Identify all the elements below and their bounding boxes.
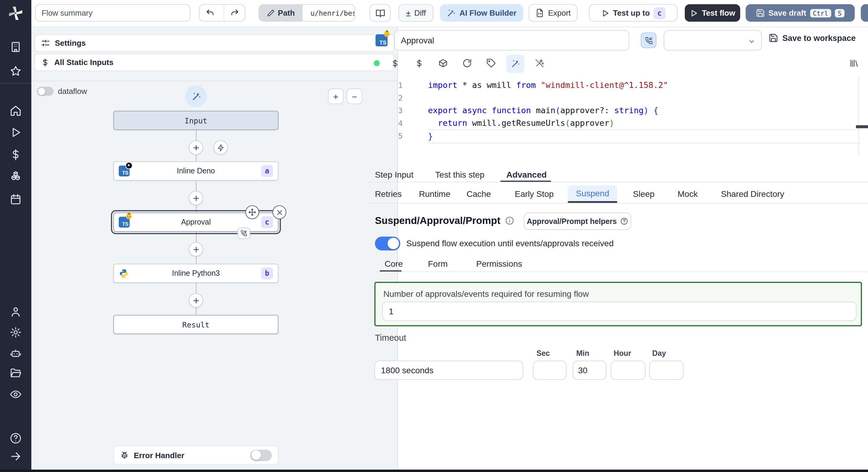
deploy-button-clipped[interactable] xyxy=(861,4,868,22)
sidebar xyxy=(0,0,31,472)
package-icon[interactable] xyxy=(438,58,448,69)
play-icon[interactable] xyxy=(10,127,22,138)
flow-summary-input[interactable] xyxy=(35,4,190,22)
wand-off-icon[interactable] xyxy=(534,58,545,69)
editor-scrollbar-thumb[interactable] xyxy=(856,125,868,128)
delete-step-button[interactable] xyxy=(273,205,286,219)
dollar-icon[interactable] xyxy=(390,58,400,69)
test-up-to-button[interactable]: Test up to c xyxy=(589,4,678,22)
tabs-border xyxy=(367,182,868,182)
flow-node-result[interactable]: Result xyxy=(113,315,278,334)
step-id-badge: c xyxy=(261,216,273,228)
ai-assistant-button[interactable] xyxy=(506,55,524,73)
step-name-input[interactable] xyxy=(394,30,629,50)
test-flow-button[interactable]: Test flow xyxy=(685,4,740,22)
zoom-out-button[interactable]: − xyxy=(347,89,362,104)
approvals-label: Number of approvals/events required for … xyxy=(383,289,589,299)
play-outline-icon xyxy=(690,9,698,17)
dollar-icon[interactable] xyxy=(10,149,22,161)
graph-ai-wand-button[interactable] xyxy=(185,86,207,107)
info-icon[interactable] xyxy=(505,216,514,225)
building-icon[interactable] xyxy=(10,41,22,53)
tab-mock[interactable]: Mock xyxy=(678,189,698,199)
tab-sleep[interactable]: Sleep xyxy=(633,189,655,199)
save-to-workspace-button[interactable]: Save to workspace xyxy=(769,33,856,43)
tab-advanced[interactable]: Advanced xyxy=(506,170,547,179)
ai-flow-builder-button[interactable]: AI Flow Builder xyxy=(440,4,523,22)
top-toolbar: Path u/henri/bes ± Diff AI Flow Builder … xyxy=(31,0,868,27)
flow-node-inline-python3[interactable]: Inline Python3 b xyxy=(113,264,278,283)
tag-select[interactable] xyxy=(664,30,762,50)
tab-early-stop[interactable]: Early Stop xyxy=(515,189,554,199)
dollar-secondary-icon[interactable] xyxy=(413,58,424,69)
sec-label: Sec xyxy=(536,349,550,358)
export-button[interactable]: Export xyxy=(529,4,578,22)
add-step-button-1[interactable] xyxy=(189,140,203,155)
gear-icon[interactable] xyxy=(10,326,22,338)
approvals-count-input[interactable] xyxy=(382,302,857,321)
tag-icon[interactable] xyxy=(486,58,497,69)
library-icon[interactable] xyxy=(849,58,860,69)
flow-node-input[interactable]: Input xyxy=(113,111,278,130)
folder-open-icon[interactable] xyxy=(10,367,22,379)
diff-button[interactable]: ± Diff xyxy=(398,4,433,22)
magic-wand-icon xyxy=(191,91,201,101)
timeout-hour-input[interactable] xyxy=(611,361,646,380)
tab-step-input[interactable]: Step Input xyxy=(375,170,413,179)
timeout-sec-input[interactable] xyxy=(533,361,567,380)
suspend-phone-button[interactable] xyxy=(641,33,656,48)
dataflow-toggle[interactable] xyxy=(37,87,54,96)
suspend-toggle[interactable] xyxy=(375,237,400,250)
save-draft-button[interactable]: Save draft Ctrl S xyxy=(746,4,855,22)
code-editor[interactable]: 1 2 3 4 5 import * as wmill from "windmi… xyxy=(367,77,868,155)
add-step-button-3[interactable] xyxy=(189,242,203,257)
section-title: Suspend/Approval/Prompt xyxy=(375,215,500,226)
redo-button[interactable] xyxy=(224,5,245,21)
boxes-icon[interactable] xyxy=(10,171,22,183)
file-code-icon xyxy=(535,8,544,18)
user-icon[interactable] xyxy=(10,306,22,318)
day-label: Day xyxy=(652,349,666,358)
timeout-min-input[interactable] xyxy=(572,361,607,380)
error-handler-toggle[interactable] xyxy=(250,449,272,461)
eye-icon[interactable] xyxy=(10,388,22,400)
add-trigger-button[interactable] xyxy=(213,140,228,155)
move-step-button[interactable] xyxy=(245,205,259,219)
undo-button[interactable] xyxy=(199,5,220,21)
code-line-3: export async function main(approver?: st… xyxy=(428,104,658,117)
code-line-5-current: } xyxy=(428,129,861,143)
error-handler-row[interactable]: Error Handler xyxy=(113,445,278,465)
all-static-inputs-row[interactable]: All Static Inputs xyxy=(34,54,394,71)
home-icon[interactable] xyxy=(10,105,22,117)
refresh-icon[interactable] xyxy=(462,58,472,69)
zoom-in-button[interactable]: + xyxy=(328,89,344,104)
tab-permissions[interactable]: Permissions xyxy=(476,259,522,269)
flow-settings-row[interactable]: Settings xyxy=(34,34,394,52)
min-label: Min xyxy=(576,349,589,358)
timeout-seconds-input[interactable] xyxy=(374,361,523,380)
calendar-icon[interactable] xyxy=(10,193,22,205)
lightning-icon xyxy=(217,144,224,151)
tab-shared-directory[interactable]: Shared Directory xyxy=(721,189,784,199)
bot-icon[interactable] xyxy=(10,347,22,360)
tab-form[interactable]: Form xyxy=(428,259,447,269)
tab-runtime[interactable]: Runtime xyxy=(419,189,450,199)
flow-node-inline-deno[interactable]: TS Inline Deno a xyxy=(113,161,278,180)
tab-cache[interactable]: Cache xyxy=(467,189,491,199)
tab-retries[interactable]: Retries xyxy=(375,189,402,199)
arrow-right-icon[interactable] xyxy=(10,450,22,462)
tab-test-this-step[interactable]: Test this step xyxy=(435,170,484,179)
star-icon[interactable] xyxy=(10,65,22,77)
docs-button[interactable] xyxy=(370,4,391,22)
help-circle-icon[interactable] xyxy=(10,432,22,444)
timeout-day-input[interactable] xyxy=(649,361,684,380)
tab-suspend[interactable]: Suspend xyxy=(568,186,617,201)
path-button[interactable]: Path u/henri/bes xyxy=(258,4,355,22)
add-step-button-2[interactable] xyxy=(189,191,203,205)
plus-icon xyxy=(192,245,200,253)
windmill-logo-icon[interactable] xyxy=(8,5,24,21)
tab-core[interactable]: Core xyxy=(384,259,403,269)
plus-icon xyxy=(192,144,200,151)
add-step-button-4[interactable] xyxy=(189,293,203,308)
approval-prompt-helpers-button[interactable]: Approval/Prompt helpers xyxy=(524,212,631,230)
